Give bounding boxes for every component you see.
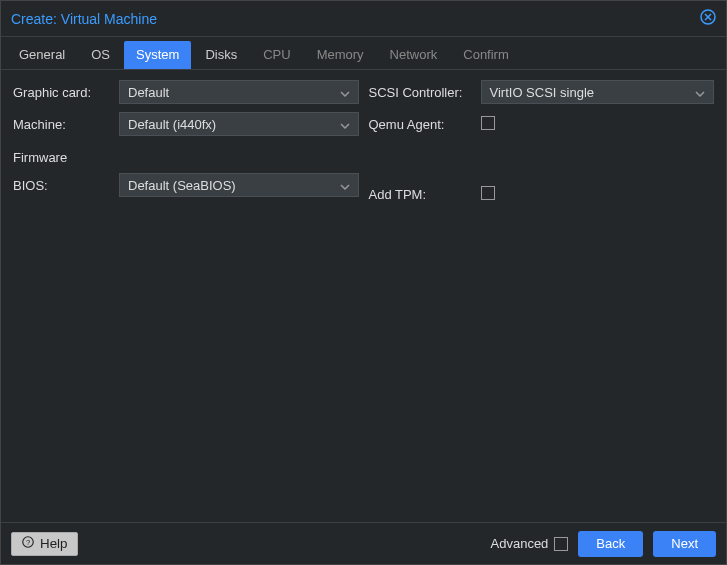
label-qemu-agent: Qemu Agent: [369, 117, 481, 132]
help-icon: ? [22, 536, 34, 551]
form-body: Graphic card: Default Machine: Default (… [1, 70, 726, 522]
close-icon[interactable] [700, 9, 716, 28]
label-machine: Machine: [13, 117, 119, 132]
wizard-tabs: General OS System Disks CPU Memory Netwo… [1, 37, 726, 70]
label-graphic-card: Graphic card: [13, 85, 119, 100]
help-button[interactable]: ? Help [11, 532, 78, 556]
advanced-toggle: Advanced [491, 536, 569, 551]
help-button-label: Help [40, 536, 67, 551]
tab-memory: Memory [305, 41, 376, 69]
row-graphic-card: Graphic card: Default [13, 80, 359, 104]
checkbox-advanced[interactable] [554, 537, 568, 551]
chevron-down-icon [340, 119, 350, 129]
select-scsi-controller-value: VirtIO SCSI single [490, 85, 696, 100]
back-button[interactable]: Back [578, 531, 643, 557]
right-column: SCSI Controller: VirtIO SCSI single Qemu… [369, 80, 715, 512]
select-graphic-card-value: Default [128, 85, 340, 100]
select-machine[interactable]: Default (i440fx) [119, 112, 359, 136]
spacer-row [369, 150, 715, 174]
select-bios[interactable]: Default (SeaBIOS) [119, 173, 359, 197]
advanced-label: Advanced [491, 536, 549, 551]
select-graphic-card[interactable]: Default [119, 80, 359, 104]
tab-cpu: CPU [251, 41, 302, 69]
label-scsi-controller: SCSI Controller: [369, 85, 481, 100]
row-qemu-agent: Qemu Agent: [369, 112, 715, 136]
chevron-down-icon [695, 87, 705, 97]
select-scsi-controller[interactable]: VirtIO SCSI single [481, 80, 715, 104]
checkbox-qemu-agent[interactable] [481, 116, 495, 130]
select-machine-value: Default (i440fx) [128, 117, 340, 132]
tab-system[interactable]: System [124, 41, 191, 69]
tab-os[interactable]: OS [79, 41, 122, 69]
row-scsi-controller: SCSI Controller: VirtIO SCSI single [369, 80, 715, 104]
row-bios: BIOS: Default (SeaBIOS) [13, 173, 359, 197]
tab-confirm: Confirm [451, 41, 521, 69]
dialog-title: Create: Virtual Machine [11, 11, 700, 27]
label-bios: BIOS: [13, 178, 119, 193]
row-machine: Machine: Default (i440fx) [13, 112, 359, 136]
tab-general[interactable]: General [7, 41, 77, 69]
checkbox-add-tpm[interactable] [481, 186, 495, 200]
chevron-down-icon [340, 87, 350, 97]
select-bios-value: Default (SeaBIOS) [128, 178, 340, 193]
chevron-down-icon [340, 180, 350, 190]
next-button[interactable]: Next [653, 531, 716, 557]
titlebar: Create: Virtual Machine [1, 1, 726, 37]
left-column: Graphic card: Default Machine: Default (… [13, 80, 359, 512]
row-add-tpm: Add TPM: [369, 182, 715, 206]
tab-network: Network [378, 41, 450, 69]
create-vm-dialog: Create: Virtual Machine General OS Syste… [0, 0, 727, 565]
svg-text:?: ? [26, 538, 30, 547]
firmware-header: Firmware [13, 150, 359, 165]
footer: ? Help Advanced Back Next [1, 522, 726, 564]
tab-disks[interactable]: Disks [193, 41, 249, 69]
label-add-tpm: Add TPM: [369, 187, 481, 202]
